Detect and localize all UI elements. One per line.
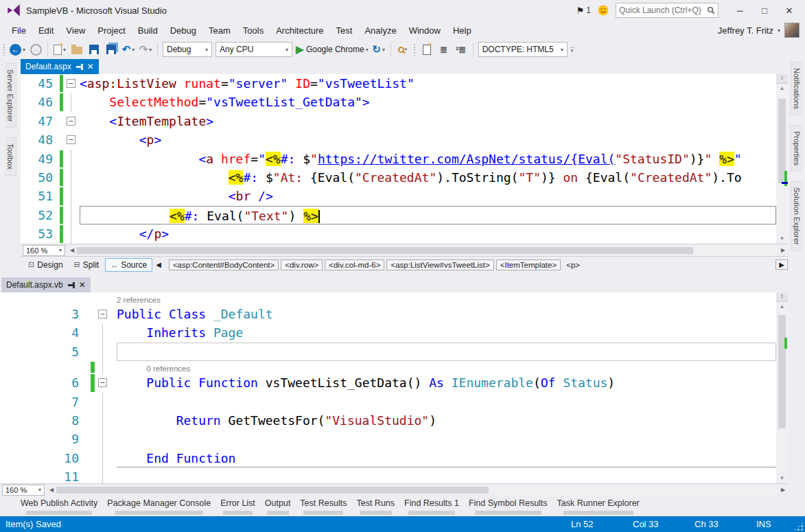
tool-tab-notifications[interactable]: Notifications [791, 62, 802, 115]
zoom-level-dropdown[interactable]: 160 %▾ [23, 245, 65, 256]
splitter-handle-icon[interactable]: ↕ [776, 74, 788, 84]
find-in-files-button[interactable]: ▾ [396, 42, 410, 57]
tool-tab-properties[interactable]: Properties [791, 125, 802, 172]
solution-configuration-dropdown[interactable]: Debug▾ [163, 42, 212, 57]
bottom-editor-vertical-scrollbar[interactable]: ↕ ▲ ▼ [776, 292, 788, 483]
menu-window[interactable]: Window [403, 23, 447, 38]
toolbar-grip[interactable] [3, 43, 6, 56]
view-button-split[interactable]: ⊟Split [69, 258, 104, 272]
menu-debug[interactable]: Debug [164, 23, 202, 38]
undo-button[interactable]: ↶▾ [121, 42, 135, 57]
redo-button[interactable]: ↷▾ [139, 42, 152, 57]
new-project-button[interactable]: ▾ [53, 42, 67, 57]
menu-help[interactable]: Help [447, 23, 478, 38]
splitter-handle-icon[interactable]: ↕ [776, 292, 788, 302]
code-line[interactable]: 3−Public Class _Default [0, 305, 776, 323]
increase-indent-button[interactable]: ²≣ [454, 42, 468, 57]
breadcrumb-item[interactable]: <asp:ListView#vsTweetList> [386, 259, 493, 270]
code-line[interactable]: 47−<ItemTemplate> [21, 112, 776, 130]
scroll-down-arrow[interactable]: ▼ [780, 474, 785, 483]
close-button[interactable]: ✕ [778, 2, 801, 19]
scroll-up-arrow[interactable]: ▲ [780, 84, 785, 93]
panel-tab-output[interactable]: Output [265, 498, 291, 515]
horizontal-scrollbar[interactable] [56, 485, 777, 495]
doctype-dropdown[interactable]: DOCTYPE: HTML5▾ [478, 42, 568, 57]
code-line[interactable]: 6−Public Function vsTweetList_GetData() … [0, 373, 776, 392]
save-button[interactable] [87, 42, 101, 57]
navigate-back-button[interactable]: ←▾ [10, 42, 25, 57]
close-tab-icon[interactable]: ✕ [79, 281, 86, 288]
top-editor-vertical-scrollbar[interactable]: ↕ ▲ ▼ [776, 74, 788, 244]
breadcrumb-item[interactable]: <div.col-md-6> [325, 259, 384, 270]
code-line[interactable]: 48−<p> [21, 130, 776, 149]
view-button-source[interactable]: ↔Source [105, 258, 152, 272]
fold-margin[interactable]: − [65, 112, 80, 130]
breadcrumb-item[interactable]: <asp:Content#BodyContent> [169, 259, 279, 270]
menu-team[interactable]: Team [202, 23, 237, 38]
collapse-box-icon[interactable]: − [67, 135, 75, 144]
code-line[interactable]: 7 [0, 393, 776, 411]
tab-default-aspx-vb[interactable]: Default.aspx.vb ✕ [1, 277, 91, 292]
feedback-smiley-icon[interactable] [598, 5, 609, 16]
code-line[interactable]: 2 references [0, 292, 776, 305]
menu-analyze[interactable]: Analyze [358, 23, 402, 38]
menu-view[interactable]: View [60, 23, 91, 38]
scroll-up-arrow[interactable]: ▲ [780, 302, 785, 312]
breadcrumb-item[interactable]: <p> [563, 260, 583, 270]
codelens-references[interactable]: 2 references [117, 296, 161, 304]
save-all-button[interactable] [104, 42, 118, 57]
panel-tab-error-list[interactable]: Error List [220, 498, 255, 515]
user-avatar[interactable] [784, 23, 800, 38]
code-line[interactable]: 46SelectMethod="vsTweetList_GetData"> [21, 93, 776, 111]
toolbar-overflow-button[interactable]: ─▾ [571, 47, 574, 52]
menu-architecture[interactable]: Architecture [270, 23, 329, 38]
horizontal-scrollbar[interactable] [77, 246, 777, 255]
zoom-level-dropdown[interactable]: 160 %▾ [2, 485, 45, 496]
code-line[interactable]: 9 [0, 430, 776, 448]
code-line[interactable]: 4Inherits Page [0, 323, 776, 342]
tool-tab-toolbox[interactable]: Toolbox [5, 137, 16, 176]
document-outline-button[interactable] [420, 42, 434, 57]
code-line[interactable]: 50<%#: $"At: {Eval("CreatedAt").ToString… [21, 168, 776, 187]
code-line[interactable]: 8Return GetTweetsFor("VisualStudio") [0, 411, 776, 430]
user-dropdown-arrow[interactable]: ▾ [778, 27, 780, 34]
collapse-box-icon[interactable]: − [67, 79, 75, 88]
code-line[interactable]: 45−<asp:ListView runat="server" ID="vsTw… [21, 74, 776, 93]
menu-test[interactable]: Test [330, 23, 359, 38]
code-line[interactable]: 11 [0, 467, 776, 483]
toolbar-grip[interactable] [413, 43, 417, 56]
solution-platform-dropdown[interactable]: Any CPU▾ [215, 42, 292, 57]
code-line[interactable]: 53</p> [21, 224, 776, 243]
aspx-code-editor[interactable]: 45−<asp:ListView runat="server" ID="vsTw… [21, 74, 788, 244]
code-line[interactable]: 10End Function [0, 449, 776, 467]
scroll-left-arrow[interactable]: ◀ [47, 487, 56, 493]
vb-code-editor[interactable]: 2 references3−Public Class _Default4Inhe… [0, 292, 788, 483]
panel-tab-test-results[interactable]: Test Results [300, 498, 347, 515]
code-line[interactable]: 0 references [0, 361, 776, 373]
fold-margin[interactable]: − [65, 130, 80, 149]
pin-icon[interactable] [68, 284, 74, 286]
codelens-references[interactable]: 0 references [146, 365, 190, 373]
close-tab-icon[interactable]: ✕ [87, 63, 94, 70]
scroll-right-arrow[interactable]: ▶ [778, 487, 788, 493]
panel-tab-package-manager-console[interactable]: Package Manager Console [107, 498, 211, 515]
scroll-down-arrow[interactable]: ▼ [780, 234, 785, 244]
fold-margin[interactable]: − [96, 305, 117, 323]
resize-grip[interactable] [794, 522, 804, 531]
breadcrumb-forward-arrow[interactable]: ▶ [775, 259, 788, 270]
scroll-right-arrow[interactable]: ▶ [778, 247, 788, 253]
breadcrumb-item[interactable]: <div.row> [281, 259, 323, 270]
tool-tab-solution-explorer[interactable]: Solution Explorer [791, 181, 802, 251]
tab-default-aspx[interactable]: Default.aspx ✕ [21, 59, 99, 74]
quick-launch-input[interactable] [619, 5, 707, 15]
collapse-box-icon[interactable]: − [98, 378, 107, 387]
fold-margin[interactable]: − [65, 74, 80, 93]
panel-tab-test-runs[interactable]: Test Runs [356, 498, 395, 515]
collapse-box-icon[interactable]: − [98, 310, 107, 319]
quick-launch-box[interactable] [616, 3, 719, 18]
open-file-button[interactable] [70, 42, 84, 57]
code-line[interactable]: 49<a href="<%#: $"https://twitter.com/As… [21, 150, 776, 168]
view-button-design[interactable]: ⊡Design [23, 258, 68, 272]
menu-build[interactable]: Build [132, 23, 164, 38]
minimize-button[interactable]: ─ [728, 2, 751, 19]
